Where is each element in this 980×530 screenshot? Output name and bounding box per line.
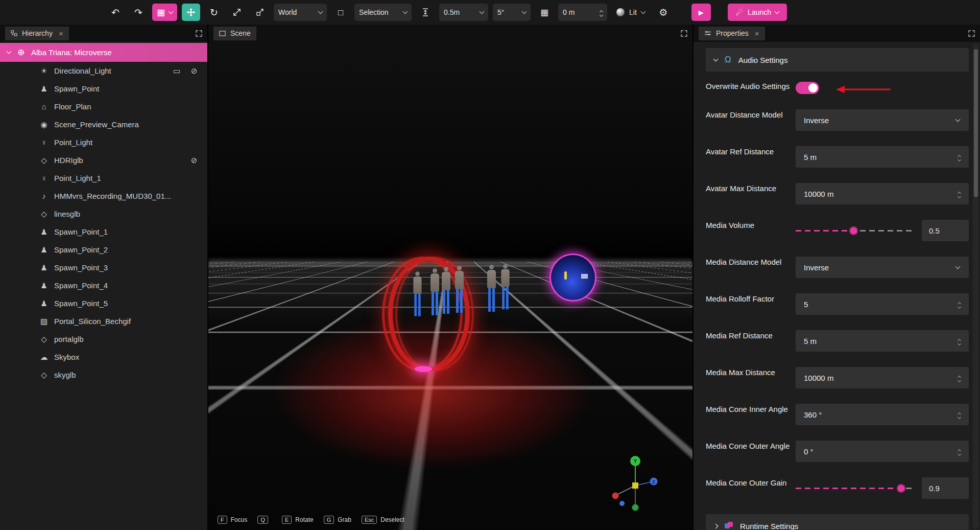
- play-button[interactable]: ▶: [691, 4, 711, 21]
- avatar-ref-distance-stepper[interactable]: 5 m: [796, 146, 969, 168]
- undo-button[interactable]: ↶: [106, 4, 125, 21]
- tree-item-spawn-point-5[interactable]: Spawn_Point_5: [0, 294, 207, 312]
- stepper-value: 10000 m: [804, 190, 833, 198]
- tree-item-portalglb[interactable]: portalglb: [0, 330, 207, 348]
- media-cone-outer-gain-slider[interactable]: [796, 477, 914, 499]
- property-label: Media Cone Outer Angle: [706, 441, 796, 451]
- tree-item-label: Portal_Silicon_Bechgif: [54, 317, 131, 326]
- avatar-figure[interactable]: [411, 271, 424, 316]
- pivot-button[interactable]: [251, 4, 269, 21]
- rotate-snap-dropdown[interactable]: 5°: [493, 4, 531, 21]
- avatar-figure[interactable]: [439, 267, 452, 314]
- media-cone-inner-angle-stepper[interactable]: 360 °: [796, 404, 969, 425]
- scene-panel: Scene: [208, 25, 692, 530]
- expand-panel-icon[interactable]: [196, 30, 202, 37]
- property-row-overwrite-audio: Overwrite Audio Settings: [706, 81, 969, 94]
- close-icon[interactable]: ×: [59, 30, 63, 37]
- avatar-distance-model-dropdown[interactable]: Inverse: [796, 109, 969, 131]
- stepper-arrows[interactable]: [958, 190, 961, 198]
- media-cone-outer-gain-value[interactable]: 0.9: [922, 477, 969, 499]
- media-max-distance-stepper[interactable]: 10000 m: [796, 367, 969, 388]
- layout-dropdown-button[interactable]: ▦: [152, 4, 177, 21]
- shading-mode-dropdown[interactable]: Lit: [612, 4, 650, 21]
- launch-button[interactable]: ☄ Launch: [728, 4, 787, 21]
- slider-thumb[interactable]: [849, 226, 858, 235]
- tree-item-point-light-1[interactable]: Point_Light_1: [0, 169, 207, 187]
- eye-off-icon[interactable]: [189, 67, 199, 75]
- keyboard-hints: FFocus Q ERotate GGrab EscDeselect: [218, 516, 404, 524]
- stepper-arrows[interactable]: [958, 374, 961, 382]
- move-tool-button[interactable]: [182, 4, 200, 21]
- stepper-arrows[interactable]: [958, 448, 961, 455]
- tree-item-point-light[interactable]: Point_Light: [0, 133, 207, 151]
- scrollbar-thumb[interactable]: [974, 49, 978, 197]
- overwrite-audio-toggle[interactable]: [796, 82, 819, 94]
- avatar-figure[interactable]: [485, 265, 498, 312]
- media-distance-model-dropdown[interactable]: Inverse: [796, 257, 969, 278]
- media-cone-outer-angle-stepper[interactable]: 0 °: [796, 441, 969, 462]
- tree-item-label: Spawn_Point_1: [54, 227, 108, 236]
- avatar-figure[interactable]: [499, 264, 512, 309]
- selection-mode-button[interactable]: □: [331, 4, 350, 21]
- skybox-icon: [39, 353, 49, 361]
- media-volume-slider[interactable]: [796, 220, 914, 241]
- tree-item-linesglb[interactable]: linesglb: [0, 205, 207, 223]
- grid-toggle-button[interactable]: ▦: [535, 4, 554, 21]
- portal-sphere[interactable]: [549, 254, 596, 302]
- property-label: Media Max Distance: [706, 367, 796, 378]
- tab-properties[interactable]: Properties ×: [699, 27, 765, 40]
- tree-item-spawn-point-4[interactable]: Spawn_Point_4: [0, 276, 207, 294]
- tree-item-portal-silicon[interactable]: Portal_Silicon_Bechgif: [0, 312, 207, 330]
- avatar-max-distance-stepper[interactable]: 10000 m: [796, 183, 969, 204]
- media-volume-value[interactable]: 0.5: [922, 220, 969, 241]
- tree-item-skyglb[interactable]: skyglb: [0, 366, 207, 384]
- eye-off-icon[interactable]: [189, 156, 199, 164]
- audio-settings-section[interactable]: Ω Audio Settings: [706, 48, 969, 72]
- selection-dropdown[interactable]: Selection: [354, 4, 412, 21]
- stepper-arrows[interactable]: [958, 153, 961, 161]
- tab-scene[interactable]: Scene: [213, 27, 256, 40]
- cube-icon: [39, 371, 49, 379]
- tree-item-scene-preview-camera[interactable]: Scene_Preview_Camera: [0, 116, 207, 133]
- slider-thumb[interactable]: [897, 484, 905, 493]
- expand-panel-icon[interactable]: [681, 30, 687, 37]
- chevron-down-icon: [7, 49, 12, 54]
- scale-tool-button[interactable]: [228, 4, 246, 21]
- move-snap-dropdown[interactable]: 0.5m: [439, 4, 488, 21]
- close-icon[interactable]: ×: [755, 30, 759, 37]
- tree-item-skybox[interactable]: Skybox: [0, 348, 207, 366]
- media-ref-distance-stepper[interactable]: 5 m: [796, 330, 969, 352]
- properties-scrollbar[interactable]: [973, 43, 979, 529]
- rotate-tool-button[interactable]: ↻: [205, 4, 223, 21]
- orientation-gizmo[interactable]: Y Z: [609, 454, 660, 513]
- frame-select-icon[interactable]: [172, 67, 182, 75]
- tree-item-spawn-point[interactable]: Spawn_Point: [0, 80, 207, 98]
- tree-item-label: Point_Light: [54, 138, 92, 147]
- avatar-figure[interactable]: [452, 266, 466, 313]
- scene-viewport[interactable]: Y Z FFocus Q ERotate GGrab EscDeselect: [208, 42, 692, 530]
- tree-item-hmmvrs-recording[interactable]: HMMvrs_Recording_MUD30_01...: [0, 187, 207, 205]
- stepper-arrows[interactable]: [600, 9, 603, 16]
- tree-item-spawn-point-2[interactable]: Spawn_Point_2: [0, 241, 207, 259]
- world-dropdown[interactable]: World: [274, 4, 327, 21]
- media-rolloff-factor-stepper[interactable]: 5: [796, 293, 969, 315]
- stepper-arrows[interactable]: [958, 301, 961, 308]
- redo-button[interactable]: ↷: [129, 4, 148, 21]
- tree-item-floor-plan[interactable]: Floor_Plan: [0, 98, 207, 116]
- runtime-settings-section[interactable]: Runtime Settings: [706, 514, 969, 530]
- height-snap-stepper[interactable]: 0 m: [558, 4, 607, 21]
- stepper-arrows[interactable]: [958, 337, 961, 345]
- snap-button[interactable]: [416, 4, 435, 21]
- section-title: Runtime Settings: [740, 522, 798, 530]
- chevron-down-icon: [955, 264, 961, 269]
- settings-button[interactable]: ⚙: [654, 4, 673, 21]
- stepper-arrows[interactable]: [958, 411, 961, 419]
- tree-item-spawn-point-3[interactable]: Spawn_Point_3: [0, 259, 207, 276]
- tree-item-directional-light[interactable]: Directional_Light: [0, 62, 207, 80]
- tree-item-hdriglb[interactable]: HDRIglb: [0, 151, 207, 169]
- property-row-media-max-distance: Media Max Distance 10000 m: [706, 367, 969, 388]
- expand-panel-icon[interactable]: [968, 30, 975, 37]
- tree-item-spawn-point-1[interactable]: Spawn_Point_1: [0, 223, 207, 241]
- tree-item-root-selected[interactable]: Alba Triana: Microverse: [0, 43, 207, 62]
- tab-hierarchy[interactable]: Hierarchy ×: [5, 27, 69, 40]
